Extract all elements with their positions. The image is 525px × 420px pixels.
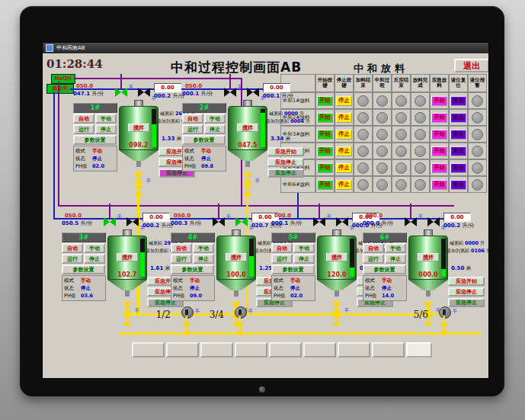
row-stop-button[interactable]: 停止 [336,130,352,139]
row-start-button[interactable]: 开始 [317,146,333,156]
discharge-valve-icon[interactable] [123,303,132,313]
naoh-valve-icon[interactable] [405,217,417,226]
additive-valve-icon[interactable] [247,88,259,97]
row-start-button[interactable]: 开始 [317,113,333,123]
auto-button[interactable]: 自动 [271,243,293,253]
row-stop-button[interactable]: 停止 [336,96,352,106]
manual-button[interactable]: 手动 [385,243,406,253]
auto-button[interactable]: 自动 [62,243,83,253]
pump-icon[interactable] [439,306,451,319]
auto-button[interactable]: 自动 [171,243,192,253]
param-settings-button[interactable]: 参数设置 [73,135,117,145]
row-start-button[interactable]: 开始 [317,96,333,106]
auto-button[interactable]: 自动 [182,114,203,123]
row-emergency-button[interactable]: 开始 [431,96,447,106]
discharge-valve-icon[interactable] [243,185,252,196]
row-emergency-button[interactable]: 开始 [431,113,447,123]
row-reset-button[interactable]: 复位 [450,96,466,106]
manual-button[interactable]: 手动 [84,243,105,253]
manual-button[interactable]: 手动 [193,243,214,253]
stop-button[interactable]: 停止 [193,254,214,264]
emergency-start-button[interactable]: 应急开始 [267,147,304,156]
nav-button[interactable] [235,342,267,357]
naoh-valve-icon[interactable] [213,217,225,226]
naoh-valve-icon[interactable] [313,217,325,226]
run-button[interactable]: 运行 [271,254,293,264]
row-reset-button[interactable]: 复位 [450,130,466,139]
auto-button[interactable]: 自动 [363,243,384,253]
row-start-button[interactable]: 开始 [317,180,333,190]
row-reset-button[interactable]: 复位 [450,180,466,190]
stir-button[interactable]: 搅拌 [237,123,258,132]
row-stop-button[interactable]: 停止 [336,163,352,173]
emergency-stop-button[interactable]: 应急停止 [267,158,304,167]
discharge-valve-icon[interactable] [332,303,341,313]
run-button[interactable]: 运行 [363,254,384,264]
auto-button[interactable]: 自动 [73,114,94,123]
discharge-valve-icon[interactable] [134,173,143,184]
stir-button[interactable]: 搅拌 [226,253,247,261]
stir-button[interactable]: 搅拌 [418,253,439,261]
row-stop-button[interactable]: 停止 [336,113,352,123]
nav-button[interactable] [303,342,336,357]
run-button[interactable]: 运行 [171,254,192,264]
row-start-button[interactable]: 开始 [317,163,333,173]
row-emergency-button[interactable]: 开始 [431,130,447,139]
stop-button[interactable]: 停止 [84,254,105,264]
emergency-stop-state-button[interactable]: 应急停止 [267,168,304,178]
nav-button[interactable] [132,342,165,357]
naoh-valve-icon[interactable] [104,217,116,226]
row-reset-button[interactable]: 复位 [450,146,466,156]
row-reset-button[interactable]: 复位 [450,113,466,123]
nav-button[interactable] [269,342,302,357]
stir-button[interactable]: 搅拌 [128,123,149,132]
nav-button[interactable] [372,342,405,357]
emergency-stop-button[interactable]: 应急停止 [448,287,485,297]
row-emergency-button[interactable]: 开始 [431,146,447,156]
discharge-valve-icon[interactable] [134,185,143,196]
stop-button[interactable]: 停止 [293,254,315,264]
row-stop-button[interactable]: 停止 [336,180,352,190]
additive-valve-icon[interactable] [336,217,348,226]
manual-button[interactable]: 手动 [204,114,226,123]
manual-button[interactable]: 手动 [293,243,315,253]
additive-valve-icon[interactable] [126,217,139,226]
stop-button[interactable]: 停止 [385,254,406,264]
additive-valve-icon[interactable] [235,217,248,226]
nav-button[interactable] [406,342,432,357]
manual-button[interactable]: 手动 [95,114,117,123]
run-button[interactable]: 运行 [62,254,83,264]
param-settings-button[interactable]: 参数设置 [182,135,226,145]
additive-valve-icon[interactable] [138,88,150,97]
emergency-start-button[interactable]: 应急开始 [448,277,485,286]
naoh-valve-icon[interactable] [115,88,127,97]
row-emergency-button[interactable]: 开始 [431,163,447,173]
discharge-valve-icon[interactable] [123,315,132,325]
row-emergency-button[interactable]: 开始 [431,180,447,190]
nav-button[interactable] [338,342,370,357]
discharge-valve-icon[interactable] [332,315,341,325]
param-settings-button[interactable]: 参数设置 [363,265,406,274]
run-button[interactable]: 运行 [182,124,203,134]
discharge-valve-icon[interactable] [243,173,252,184]
run-button[interactable]: 运行 [73,124,94,134]
nav-button[interactable] [166,342,199,357]
exit-button[interactable]: 退出 [454,59,488,72]
param-settings-button[interactable]: 参数设置 [171,265,214,274]
stir-button[interactable]: 搅拌 [117,253,138,261]
pump-icon[interactable] [235,306,247,319]
param-settings-button[interactable]: 参数设置 [271,265,315,274]
row-reset-button[interactable]: 复位 [450,163,466,173]
stop-button[interactable]: 停止 [204,124,226,134]
param-settings-button[interactable]: 参数设置 [62,265,105,274]
naoh-valve-icon[interactable] [224,88,236,97]
additive-valve-icon[interactable] [427,217,440,226]
pump-valve-icon[interactable] [235,323,245,334]
row-start-button[interactable]: 开始 [317,130,333,139]
row-stop-button[interactable]: 停止 [336,146,352,156]
level-alarm-indicator [472,95,483,107]
stir-button[interactable]: 搅拌 [326,253,347,261]
nav-button[interactable] [200,342,233,357]
stop-button[interactable]: 停止 [95,124,117,134]
pump-valve-icon[interactable] [440,323,449,334]
